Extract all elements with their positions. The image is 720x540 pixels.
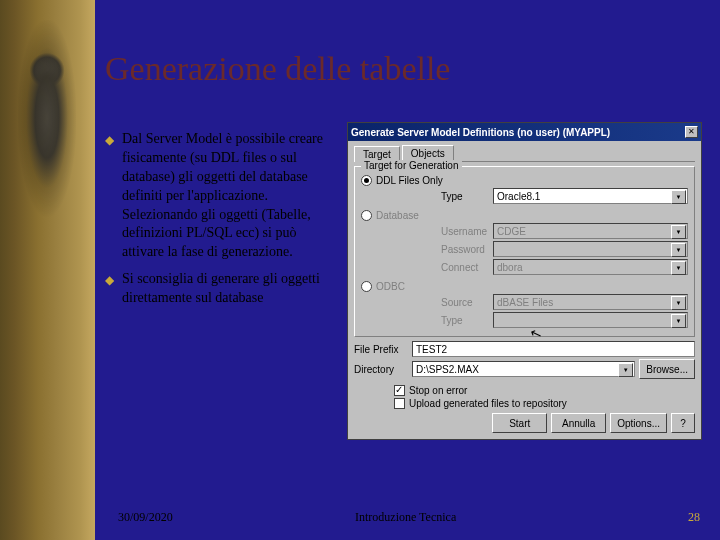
- connect-label: Connect: [441, 262, 493, 273]
- password-field: [493, 241, 688, 257]
- type-label: Type: [441, 191, 493, 202]
- options-button[interactable]: Options...: [610, 413, 667, 433]
- radio-database-label: Database: [376, 210, 419, 221]
- bullet-list: Dal Server Model è possibile creare fisi…: [105, 130, 335, 316]
- list-item: Dal Server Model è possibile creare fisi…: [105, 130, 335, 262]
- fileprefix-label: File Prefix: [354, 344, 412, 355]
- upload-repository-label: Upload generated files to repository: [409, 398, 567, 409]
- dialog-title: Generate Server Model Definitions (no us…: [351, 127, 610, 138]
- help-button[interactable]: ?: [671, 413, 695, 433]
- start-button[interactable]: Start: [492, 413, 547, 433]
- radio-ddl-files[interactable]: [361, 175, 372, 186]
- tab-objects[interactable]: Objects: [402, 145, 454, 161]
- decorative-key-stripe: [0, 0, 95, 540]
- source-label: Source: [441, 297, 493, 308]
- source-combo: dBASE Files: [493, 294, 688, 310]
- slide-title: Generazione delle tabelle: [105, 50, 450, 88]
- type-combo[interactable]: Oracle8.1: [493, 188, 688, 204]
- list-item: Si sconsiglia di generare gli oggetti di…: [105, 270, 335, 308]
- fileprefix-input[interactable]: TEST2: [412, 341, 695, 357]
- stop-on-error-label: Stop on error: [409, 385, 467, 396]
- cancel-button[interactable]: Annulla: [551, 413, 606, 433]
- password-label: Password: [441, 244, 493, 255]
- radio-ddl-label: DDL Files Only: [376, 175, 443, 186]
- directory-label: Directory: [354, 364, 412, 375]
- radio-database[interactable]: [361, 210, 372, 221]
- generate-dialog: Generate Server Model Definitions (no us…: [347, 122, 702, 440]
- directory-combo[interactable]: D:\SPS2.MAX: [412, 361, 635, 377]
- footer-date: 30/09/2020: [118, 510, 173, 525]
- type2-label: Type: [441, 315, 493, 326]
- radio-odbc-label: ODBC: [376, 281, 405, 292]
- checkbox-upload-repository[interactable]: [394, 398, 405, 409]
- close-icon[interactable]: ✕: [685, 126, 698, 138]
- browse-button[interactable]: Browse...: [639, 359, 695, 379]
- username-label: Username: [441, 226, 493, 237]
- radio-odbc[interactable]: [361, 281, 372, 292]
- username-field: CDGE: [493, 223, 688, 239]
- footer-center: Introduzione Tecnica: [355, 510, 456, 525]
- target-fieldset: DDL Files Only Type Oracle8.1 Database U…: [354, 166, 695, 337]
- type2-combo: [493, 312, 688, 328]
- dialog-button-row: Start Annulla Options... ?: [354, 413, 695, 433]
- footer-page-number: 28: [688, 510, 700, 525]
- checkbox-stop-on-error[interactable]: [394, 385, 405, 396]
- connect-field: dbora: [493, 259, 688, 275]
- dialog-titlebar[interactable]: Generate Server Model Definitions (no us…: [348, 123, 701, 141]
